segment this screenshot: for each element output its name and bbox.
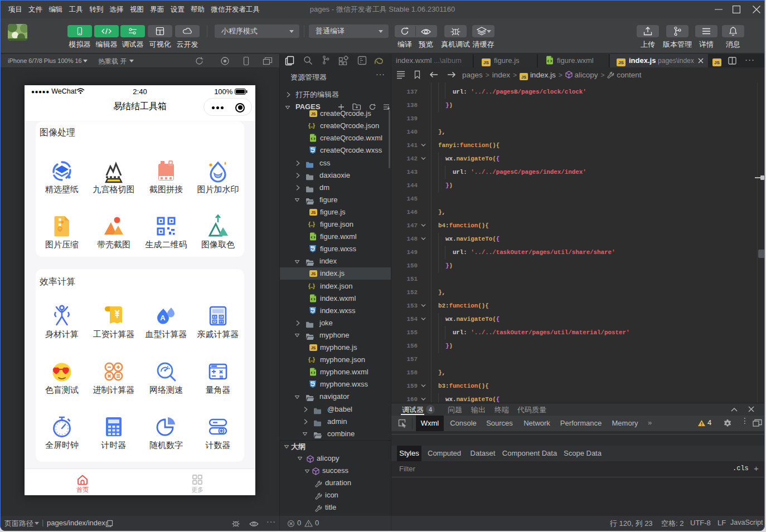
svg-text:A: A xyxy=(160,314,166,322)
